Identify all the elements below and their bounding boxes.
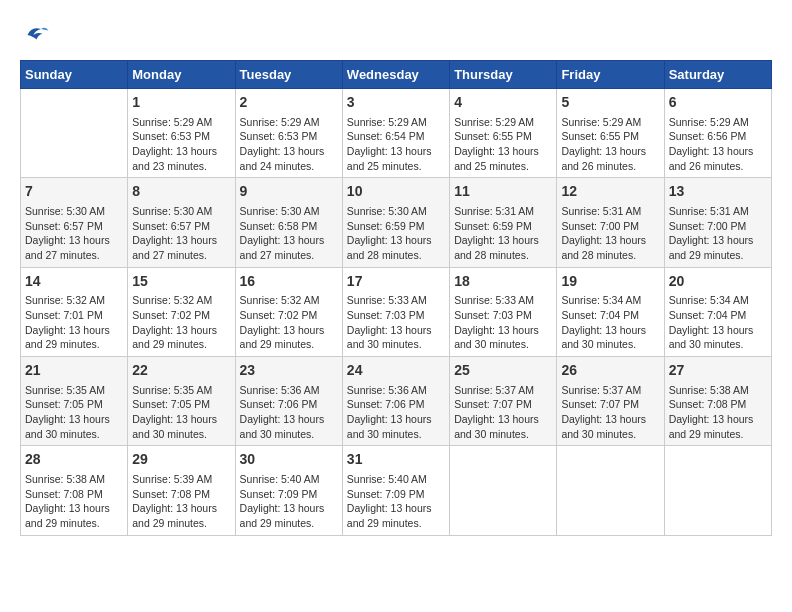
- calendar-cell: 27Sunrise: 5:38 AM Sunset: 7:08 PM Dayli…: [664, 357, 771, 446]
- calendar-cell: [450, 446, 557, 535]
- logo-icon: [20, 20, 50, 50]
- calendar-cell: 8Sunrise: 5:30 AM Sunset: 6:57 PM Daylig…: [128, 178, 235, 267]
- calendar-week-2: 7Sunrise: 5:30 AM Sunset: 6:57 PM Daylig…: [21, 178, 772, 267]
- calendar-cell: 3Sunrise: 5:29 AM Sunset: 6:54 PM Daylig…: [342, 89, 449, 178]
- cell-info: Sunrise: 5:30 AM Sunset: 6:58 PM Dayligh…: [240, 204, 338, 263]
- cell-info: Sunrise: 5:31 AM Sunset: 7:00 PM Dayligh…: [561, 204, 659, 263]
- day-number: 25: [454, 361, 552, 381]
- cell-info: Sunrise: 5:38 AM Sunset: 7:08 PM Dayligh…: [25, 472, 123, 531]
- calendar-cell: [664, 446, 771, 535]
- cell-info: Sunrise: 5:34 AM Sunset: 7:04 PM Dayligh…: [561, 293, 659, 352]
- day-number: 26: [561, 361, 659, 381]
- calendar-cell: 29Sunrise: 5:39 AM Sunset: 7:08 PM Dayli…: [128, 446, 235, 535]
- cell-info: Sunrise: 5:36 AM Sunset: 7:06 PM Dayligh…: [347, 383, 445, 442]
- calendar-cell: 11Sunrise: 5:31 AM Sunset: 6:59 PM Dayli…: [450, 178, 557, 267]
- cell-info: Sunrise: 5:37 AM Sunset: 7:07 PM Dayligh…: [561, 383, 659, 442]
- calendar-cell: 7Sunrise: 5:30 AM Sunset: 6:57 PM Daylig…: [21, 178, 128, 267]
- calendar-cell: 16Sunrise: 5:32 AM Sunset: 7:02 PM Dayli…: [235, 267, 342, 356]
- cell-info: Sunrise: 5:32 AM Sunset: 7:02 PM Dayligh…: [132, 293, 230, 352]
- cell-info: Sunrise: 5:36 AM Sunset: 7:06 PM Dayligh…: [240, 383, 338, 442]
- day-number: 1: [132, 93, 230, 113]
- cell-info: Sunrise: 5:29 AM Sunset: 6:53 PM Dayligh…: [240, 115, 338, 174]
- day-number: 16: [240, 272, 338, 292]
- cell-info: Sunrise: 5:32 AM Sunset: 7:02 PM Dayligh…: [240, 293, 338, 352]
- calendar-cell: 24Sunrise: 5:36 AM Sunset: 7:06 PM Dayli…: [342, 357, 449, 446]
- cell-info: Sunrise: 5:34 AM Sunset: 7:04 PM Dayligh…: [669, 293, 767, 352]
- day-header-tuesday: Tuesday: [235, 61, 342, 89]
- calendar-cell: 6Sunrise: 5:29 AM Sunset: 6:56 PM Daylig…: [664, 89, 771, 178]
- day-number: 2: [240, 93, 338, 113]
- day-number: 9: [240, 182, 338, 202]
- calendar-week-1: 1Sunrise: 5:29 AM Sunset: 6:53 PM Daylig…: [21, 89, 772, 178]
- cell-info: Sunrise: 5:37 AM Sunset: 7:07 PM Dayligh…: [454, 383, 552, 442]
- calendar-cell: [557, 446, 664, 535]
- calendar-cell: 21Sunrise: 5:35 AM Sunset: 7:05 PM Dayli…: [21, 357, 128, 446]
- cell-info: Sunrise: 5:29 AM Sunset: 6:56 PM Dayligh…: [669, 115, 767, 174]
- calendar-cell: 31Sunrise: 5:40 AM Sunset: 7:09 PM Dayli…: [342, 446, 449, 535]
- day-number: 13: [669, 182, 767, 202]
- day-number: 17: [347, 272, 445, 292]
- day-header-monday: Monday: [128, 61, 235, 89]
- day-number: 12: [561, 182, 659, 202]
- calendar-week-4: 21Sunrise: 5:35 AM Sunset: 7:05 PM Dayli…: [21, 357, 772, 446]
- day-header-thursday: Thursday: [450, 61, 557, 89]
- calendar-cell: 14Sunrise: 5:32 AM Sunset: 7:01 PM Dayli…: [21, 267, 128, 356]
- cell-info: Sunrise: 5:30 AM Sunset: 6:57 PM Dayligh…: [132, 204, 230, 263]
- day-number: 8: [132, 182, 230, 202]
- cell-info: Sunrise: 5:29 AM Sunset: 6:55 PM Dayligh…: [454, 115, 552, 174]
- day-number: 28: [25, 450, 123, 470]
- day-number: 29: [132, 450, 230, 470]
- calendar-cell: 2Sunrise: 5:29 AM Sunset: 6:53 PM Daylig…: [235, 89, 342, 178]
- day-number: 31: [347, 450, 445, 470]
- cell-info: Sunrise: 5:35 AM Sunset: 7:05 PM Dayligh…: [132, 383, 230, 442]
- cell-info: Sunrise: 5:38 AM Sunset: 7:08 PM Dayligh…: [669, 383, 767, 442]
- calendar-cell: 4Sunrise: 5:29 AM Sunset: 6:55 PM Daylig…: [450, 89, 557, 178]
- cell-info: Sunrise: 5:30 AM Sunset: 6:59 PM Dayligh…: [347, 204, 445, 263]
- day-number: 5: [561, 93, 659, 113]
- day-number: 6: [669, 93, 767, 113]
- calendar-cell: 26Sunrise: 5:37 AM Sunset: 7:07 PM Dayli…: [557, 357, 664, 446]
- day-header-wednesday: Wednesday: [342, 61, 449, 89]
- day-number: 21: [25, 361, 123, 381]
- day-header-friday: Friday: [557, 61, 664, 89]
- cell-info: Sunrise: 5:33 AM Sunset: 7:03 PM Dayligh…: [454, 293, 552, 352]
- cell-info: Sunrise: 5:29 AM Sunset: 6:53 PM Dayligh…: [132, 115, 230, 174]
- header: [20, 20, 772, 50]
- day-number: 22: [132, 361, 230, 381]
- calendar-cell: 17Sunrise: 5:33 AM Sunset: 7:03 PM Dayli…: [342, 267, 449, 356]
- day-number: 18: [454, 272, 552, 292]
- calendar-week-3: 14Sunrise: 5:32 AM Sunset: 7:01 PM Dayli…: [21, 267, 772, 356]
- cell-info: Sunrise: 5:40 AM Sunset: 7:09 PM Dayligh…: [240, 472, 338, 531]
- calendar-table: SundayMondayTuesdayWednesdayThursdayFrid…: [20, 60, 772, 536]
- cell-info: Sunrise: 5:31 AM Sunset: 6:59 PM Dayligh…: [454, 204, 552, 263]
- calendar-cell: 15Sunrise: 5:32 AM Sunset: 7:02 PM Dayli…: [128, 267, 235, 356]
- day-number: 24: [347, 361, 445, 381]
- cell-info: Sunrise: 5:29 AM Sunset: 6:54 PM Dayligh…: [347, 115, 445, 174]
- day-number: 19: [561, 272, 659, 292]
- day-number: 14: [25, 272, 123, 292]
- calendar-cell: 18Sunrise: 5:33 AM Sunset: 7:03 PM Dayli…: [450, 267, 557, 356]
- day-number: 10: [347, 182, 445, 202]
- calendar-cell: 10Sunrise: 5:30 AM Sunset: 6:59 PM Dayli…: [342, 178, 449, 267]
- logo: [20, 20, 54, 50]
- calendar-cell: 9Sunrise: 5:30 AM Sunset: 6:58 PM Daylig…: [235, 178, 342, 267]
- calendar-cell: 30Sunrise: 5:40 AM Sunset: 7:09 PM Dayli…: [235, 446, 342, 535]
- cell-info: Sunrise: 5:31 AM Sunset: 7:00 PM Dayligh…: [669, 204, 767, 263]
- day-number: 11: [454, 182, 552, 202]
- calendar-cell: 19Sunrise: 5:34 AM Sunset: 7:04 PM Dayli…: [557, 267, 664, 356]
- day-number: 7: [25, 182, 123, 202]
- calendar-cell: 12Sunrise: 5:31 AM Sunset: 7:00 PM Dayli…: [557, 178, 664, 267]
- day-number: 30: [240, 450, 338, 470]
- calendar-cell: 5Sunrise: 5:29 AM Sunset: 6:55 PM Daylig…: [557, 89, 664, 178]
- calendar-cell: [21, 89, 128, 178]
- day-header-sunday: Sunday: [21, 61, 128, 89]
- day-number: 3: [347, 93, 445, 113]
- calendar-cell: 13Sunrise: 5:31 AM Sunset: 7:00 PM Dayli…: [664, 178, 771, 267]
- calendar-header-row: SundayMondayTuesdayWednesdayThursdayFrid…: [21, 61, 772, 89]
- day-number: 15: [132, 272, 230, 292]
- calendar-cell: 28Sunrise: 5:38 AM Sunset: 7:08 PM Dayli…: [21, 446, 128, 535]
- day-number: 20: [669, 272, 767, 292]
- day-number: 4: [454, 93, 552, 113]
- cell-info: Sunrise: 5:33 AM Sunset: 7:03 PM Dayligh…: [347, 293, 445, 352]
- cell-info: Sunrise: 5:40 AM Sunset: 7:09 PM Dayligh…: [347, 472, 445, 531]
